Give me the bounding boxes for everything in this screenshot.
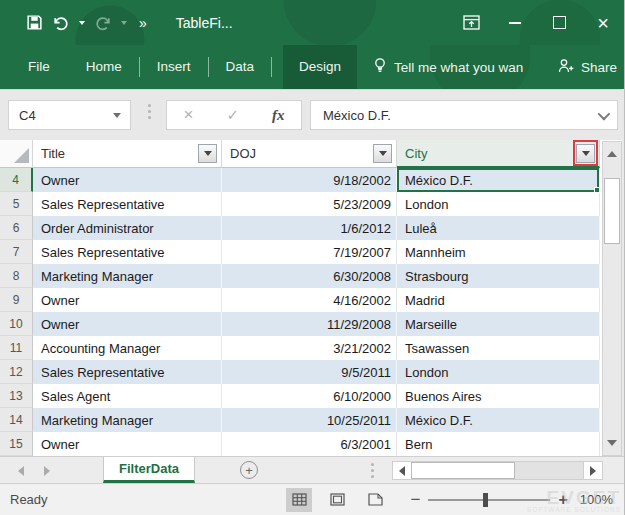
tab-data[interactable]: Data <box>220 45 261 89</box>
cell-title[interactable]: Owner <box>33 168 222 192</box>
row-number[interactable]: 15 <box>0 432 33 456</box>
cell-doj[interactable]: 10/25/2011 <box>222 408 397 432</box>
row-number[interactable]: 10 <box>0 312 33 336</box>
cell-doj[interactable]: 6/30/2008 <box>222 264 397 288</box>
row-number[interactable]: 13 <box>0 384 33 408</box>
cell-city[interactable]: México D.F. <box>397 168 600 192</box>
ribbon-display-options-icon[interactable] <box>449 0 493 45</box>
page-break-preview-button[interactable] <box>362 488 388 512</box>
name-box-dropdown-icon[interactable] <box>113 113 121 118</box>
cell-city[interactable]: Tsawassen <box>397 336 600 360</box>
tab-file[interactable]: File <box>22 45 56 89</box>
cell-title[interactable]: Sales Representative <box>33 360 222 384</box>
share-button[interactable]: Share <box>558 58 617 77</box>
sheet-nav-right-icon[interactable] <box>44 466 50 476</box>
undo-icon[interactable] <box>52 15 70 31</box>
cell-doj[interactable]: 1/6/2012 <box>222 216 397 240</box>
row-number[interactable]: 12 <box>0 360 33 384</box>
formula-input[interactable]: México D.F. <box>310 100 618 130</box>
row-number[interactable]: 11 <box>0 336 33 360</box>
scroll-up-icon[interactable] <box>603 144 621 164</box>
filter-arrow-icon <box>379 151 387 156</box>
horizontal-scroll-thumb[interactable] <box>411 462 515 479</box>
page-layout-view-button[interactable] <box>324 488 350 512</box>
cell-title[interactable]: Accounting Manager <box>33 336 222 360</box>
row-number[interactable]: 7 <box>0 240 33 264</box>
close-button[interactable]: × <box>581 0 625 45</box>
zoom-slider-thumb[interactable] <box>483 493 488 507</box>
zoom-in-button[interactable]: + <box>558 491 567 509</box>
cell-title[interactable]: Owner <box>33 432 222 456</box>
minimize-button[interactable] <box>493 0 537 45</box>
cell-city[interactable]: London <box>397 192 600 216</box>
tab-home[interactable]: Home <box>80 45 128 89</box>
cell-city[interactable]: Madrid <box>397 288 600 312</box>
cell-title[interactable]: Owner <box>33 312 222 336</box>
cell-doj[interactable]: 6/10/2000 <box>222 384 397 408</box>
sheet-tab-filterdata[interactable]: FilterData <box>103 457 195 483</box>
cell-title[interactable]: Order Administrator <box>33 216 222 240</box>
cell-doj[interactable]: 3/21/2002 <box>222 336 397 360</box>
cell-title[interactable]: Sales Representative <box>33 240 222 264</box>
row-number[interactable]: 5 <box>0 192 33 216</box>
tab-insert[interactable]: Insert <box>151 45 197 89</box>
cell-doj[interactable]: 9/18/2002 <box>222 168 397 192</box>
cell-city[interactable]: México D.F. <box>397 408 600 432</box>
cell-city[interactable]: Mannheim <box>397 240 600 264</box>
cell-doj[interactable]: 7/19/2007 <box>222 240 397 264</box>
filter-button-doj[interactable] <box>373 144 392 163</box>
cell-doj[interactable]: 9/5/2011 <box>222 360 397 384</box>
cell-title[interactable]: Owner <box>33 288 222 312</box>
cancel-icon[interactable]: × <box>183 105 193 125</box>
scroll-right-icon[interactable] <box>583 462 602 479</box>
cell-title[interactable]: Marketing Manager <box>33 264 222 288</box>
expand-formula-bar-icon[interactable] <box>598 107 611 120</box>
tab-design[interactable]: Design <box>283 45 357 89</box>
insert-function-icon[interactable]: fx <box>272 107 285 124</box>
header-doj[interactable]: DOJ <box>222 140 397 168</box>
enter-icon[interactable]: ✓ <box>226 106 239 124</box>
zoom-slider[interactable] <box>428 493 550 507</box>
fill-handle[interactable] <box>594 187 600 193</box>
sheet-nav-left-icon[interactable] <box>18 466 24 476</box>
cell-title[interactable]: Sales Agent <box>33 384 222 408</box>
customize-qat-icon[interactable]: » <box>139 15 146 31</box>
formula-bar-separator <box>148 104 151 119</box>
tell-me-box[interactable]: Tell me what you wan <box>373 57 523 77</box>
cell-doj[interactable]: 11/29/2008 <box>222 312 397 336</box>
save-icon[interactable] <box>26 14 43 31</box>
cell-city[interactable]: Marseille <box>397 312 600 336</box>
row-number[interactable]: 8 <box>0 264 33 288</box>
row-number[interactable]: 14 <box>0 408 33 432</box>
undo-dropdown-icon[interactable] <box>79 21 85 25</box>
zoom-level[interactable]: 100% <box>580 492 613 507</box>
cell-doj[interactable]: 6/3/2001 <box>222 432 397 456</box>
cell-city[interactable]: London <box>397 360 600 384</box>
cell-title[interactable]: Marketing Manager <box>33 408 222 432</box>
vertical-scrollbar[interactable] <box>602 141 622 456</box>
row-number[interactable]: 6 <box>0 216 33 240</box>
cell-doj[interactable]: 4/16/2002 <box>222 288 397 312</box>
row-number[interactable]: 4 <box>0 168 33 192</box>
header-title[interactable]: Title <box>33 140 222 168</box>
filter-button-city[interactable] <box>576 144 595 163</box>
cell-city[interactable]: Buenos Aires <box>397 384 600 408</box>
maximize-button[interactable] <box>537 0 581 45</box>
scroll-down-icon[interactable] <box>603 433 621 453</box>
row-number[interactable]: 9 <box>0 288 33 312</box>
zoom-out-button[interactable]: − <box>410 490 420 510</box>
scroll-left-icon[interactable] <box>393 462 412 479</box>
horizontal-scrollbar[interactable] <box>392 461 603 480</box>
cell-doj[interactable]: 5/23/2009 <box>222 192 397 216</box>
cell-city[interactable]: Strasbourg <box>397 264 600 288</box>
normal-view-button[interactable] <box>286 488 312 512</box>
filter-button-title[interactable] <box>198 144 217 163</box>
vertical-scroll-thumb[interactable] <box>604 178 620 244</box>
header-city[interactable]: City <box>397 140 600 168</box>
cell-city[interactable]: Bern <box>397 432 600 456</box>
select-all-corner[interactable] <box>0 140 33 168</box>
cell-city[interactable]: Luleå <box>397 216 600 240</box>
cell-title[interactable]: Sales Representative <box>33 192 222 216</box>
name-box[interactable]: C4 <box>8 100 131 130</box>
new-sheet-button[interactable]: + <box>240 461 258 479</box>
